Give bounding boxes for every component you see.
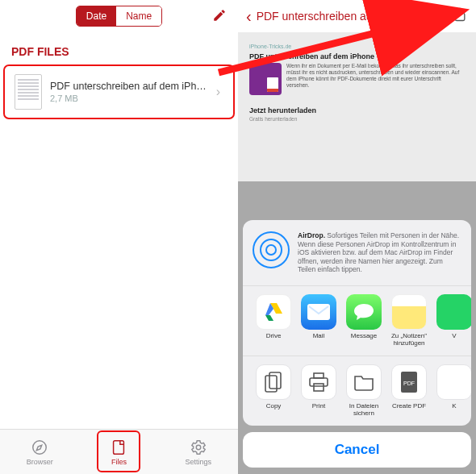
left-topbar: Date Name — [0, 0, 238, 32]
share-apps-row: Drive Mail Message Zu „Notizen" hinzufüg… — [243, 286, 471, 356]
notes-icon — [391, 294, 427, 330]
more-icon — [436, 364, 471, 400]
section-header: PDF FILES — [0, 32, 238, 64]
action-copy[interactable]: Copy — [251, 364, 296, 418]
gear-icon — [190, 439, 207, 456]
download-blurb: Gratis herunterladen — [249, 116, 465, 122]
action-label: Print — [312, 403, 325, 418]
left-pane: Date Name PDF FILES PDF unterschreiben a… — [0, 0, 238, 474]
folder-icon — [346, 364, 382, 400]
preview-headline: PDF unterschreiben auf dem iPhone — [249, 52, 465, 60]
pdf-icon: PDF — [391, 364, 427, 400]
share-app-notes[interactable]: Zu „Notizen" hinzufügen — [386, 294, 432, 347]
svg-rect-5 — [265, 376, 277, 392]
sort-segmented: Date Name — [76, 6, 162, 27]
chevron-right-icon: › — [216, 85, 223, 99]
download-heading: Jetzt herunterladen — [249, 106, 465, 114]
preview-blurb: Wenn ihr ein Dokument per E-Mail bekommt… — [286, 63, 465, 95]
print-icon — [301, 364, 336, 400]
mail-icon — [301, 294, 336, 330]
file-info: PDF unterschreiben auf dem iPhone.... 2,… — [50, 81, 208, 103]
action-label: In Dateien sichern — [341, 403, 386, 418]
document-preview: iPhone-Tricks.de PDF unterschreiben auf … — [238, 32, 476, 122]
right-pane: ‹ PDF unterschreiben auf dem iPhone... i… — [238, 0, 476, 474]
svg-rect-4 — [307, 304, 330, 320]
share-app-partial[interactable]: V — [432, 294, 471, 347]
airdrop-text: AirDrop. Sofortiges Teilen mit Personen … — [298, 231, 461, 274]
file-thumbnail-icon — [15, 74, 42, 110]
action-label: Copy — [266, 403, 282, 418]
svg-text:PDF: PDF — [403, 380, 415, 386]
tab-browser[interactable]: Browser — [0, 430, 79, 474]
right-topbar: ‹ PDF unterschreiben auf dem iPhone... — [238, 0, 476, 32]
action-print[interactable]: Print — [296, 364, 341, 418]
tab-label: Settings — [186, 458, 212, 466]
file-size: 2,7 MB — [50, 94, 208, 103]
app-label: Message — [351, 333, 377, 347]
svg-point-2 — [196, 445, 201, 450]
back-icon[interactable]: ‹ — [246, 7, 252, 26]
action-partial[interactable]: K — [432, 364, 471, 418]
cancel-button[interactable]: Cancel — [243, 432, 471, 468]
segment-date[interactable]: Date — [77, 6, 116, 26]
tab-settings[interactable]: Settings — [159, 430, 238, 474]
message-icon — [346, 294, 382, 330]
share-sheet: AirDrop. Sofortiges Teilen mit Personen … — [243, 220, 471, 426]
segment-name[interactable]: Name — [116, 6, 161, 26]
doc-title: PDF unterschreiben auf dem iPhone... — [257, 10, 447, 23]
action-label: K — [452, 403, 456, 418]
share-actions-row: Copy Print In Dateien sichern PDF Create… — [243, 356, 471, 426]
copy-icon — [256, 364, 291, 400]
svg-rect-6 — [269, 372, 281, 389]
drive-icon — [256, 294, 291, 330]
share-app-drive[interactable]: Drive — [251, 294, 296, 347]
file-title: PDF unterschreiben auf dem iPhone.... — [50, 81, 208, 92]
action-save-files[interactable]: In Dateien sichern — [341, 364, 386, 418]
app-label: Zu „Notizen" hinzufügen — [386, 333, 432, 347]
svg-rect-8 — [310, 378, 328, 386]
app-label: Drive — [266, 333, 282, 347]
action-create-pdf[interactable]: PDF Create PDF — [386, 364, 432, 418]
svg-rect-7 — [314, 373, 324, 378]
site-label: iPhone-Tricks.de — [249, 44, 465, 49]
svg-rect-9 — [314, 384, 324, 391]
share-app-mail[interactable]: Mail — [296, 294, 341, 347]
app-label: Mail — [313, 333, 325, 347]
app-label: V — [452, 333, 456, 347]
whatsapp-icon — [436, 294, 471, 330]
files-tab-highlight — [97, 430, 140, 472]
tab-label: Browser — [27, 458, 53, 466]
svg-point-0 — [33, 440, 47, 454]
airdrop-row[interactable]: AirDrop. Sofortiges Teilen mit Personen … — [243, 220, 471, 286]
preview-image-icon — [249, 63, 282, 95]
file-row-highlight: PDF unterschreiben auf dem iPhone.... 2,… — [3, 64, 235, 119]
file-row[interactable]: PDF unterschreiben auf dem iPhone.... 2,… — [10, 68, 228, 116]
action-label: Create PDF — [392, 403, 426, 418]
airdrop-icon — [253, 231, 290, 268]
share-app-message[interactable]: Message — [341, 294, 386, 347]
share-icon[interactable] — [452, 6, 468, 27]
compass-icon — [31, 439, 48, 456]
edit-icon[interactable] — [212, 8, 227, 26]
